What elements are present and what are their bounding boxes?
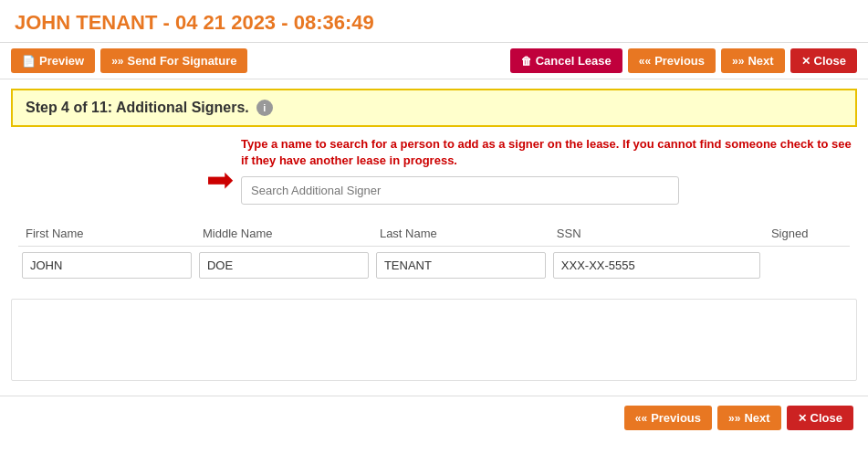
cell-ssn <box>549 247 764 285</box>
instruction-text: Type a name to search for a person to ad… <box>241 136 853 169</box>
cancel-icon: 🗑 <box>521 55 532 68</box>
send-icon: »» <box>111 55 123 68</box>
bottom-toolbar: «« Previous »» Next ✕ Close <box>0 396 868 439</box>
cell-first-name <box>18 247 195 285</box>
table-header-row: First Name Middle Name Last Name SSN Sig… <box>18 221 850 247</box>
bottom-next-icon: »» <box>728 412 740 425</box>
main-content: ➡ Type a name to search for a person to … <box>0 136 868 284</box>
next-icon: »» <box>732 55 744 68</box>
bottom-prev-icon: «« <box>635 412 647 425</box>
preview-icon: 📄 <box>22 55 36 68</box>
page-container: JOHN TENANT - 04 21 2023 - 08:36:49 📄 Pr… <box>0 0 868 475</box>
page-title: JOHN TENANT - 04 21 2023 - 08:36:49 <box>0 0 868 42</box>
table-row <box>18 247 850 285</box>
col-header-signed: Signed <box>764 221 850 247</box>
col-header-last: Last Name <box>372 221 549 247</box>
first-name-input[interactable] <box>22 252 192 279</box>
top-next-button[interactable]: »» Next <box>721 48 785 73</box>
arrow-container: ➡ <box>15 136 234 196</box>
col-header-first: First Name <box>18 221 195 247</box>
col-header-middle: Middle Name <box>195 221 372 247</box>
bottom-previous-button[interactable]: «« Previous <box>624 406 712 430</box>
step-header: Step 4 of 11: Additional Signers. i <box>11 89 857 127</box>
ssn-input[interactable] <box>553 252 760 279</box>
preview-button[interactable]: 📄 Preview <box>11 48 95 73</box>
signers-table: First Name Middle Name Last Name SSN Sig… <box>18 221 850 284</box>
bottom-area <box>11 299 857 381</box>
middle-name-input[interactable] <box>199 252 369 279</box>
bottom-next-button[interactable]: »» Next <box>717 406 781 430</box>
info-icon[interactable]: i <box>256 100 273 116</box>
last-name-input[interactable] <box>376 252 546 279</box>
top-close-button[interactable]: ✕ Close <box>790 48 857 73</box>
cell-signed <box>764 247 850 285</box>
cell-last-name <box>372 247 549 285</box>
col-header-ssn: SSN <box>549 221 764 247</box>
top-previous-button[interactable]: «« Previous <box>628 48 716 73</box>
prev-icon: «« <box>639 55 651 68</box>
cancel-lease-button[interactable]: 🗑 Cancel Lease <box>510 48 622 73</box>
table-section: First Name Middle Name Last Name SSN Sig… <box>15 221 853 284</box>
cell-middle-name <box>195 247 372 285</box>
arrow-icon: ➡ <box>206 164 234 196</box>
step-text: Step 4 of 11: Additional Signers. <box>26 100 249 116</box>
bottom-close-icon: ✕ <box>798 412 807 425</box>
bottom-close-button[interactable]: ✕ Close <box>787 406 853 430</box>
search-right: Type a name to search for a person to ad… <box>234 136 853 205</box>
top-toolbar: 📄 Preview »» Send For Signature 🗑 Cancel… <box>0 42 868 79</box>
close-icon: ✕ <box>801 55 810 68</box>
send-signature-button[interactable]: »» Send For Signature <box>100 48 247 73</box>
search-section: ➡ Type a name to search for a person to … <box>15 136 853 205</box>
toolbar-right-actions: 🗑 Cancel Lease «« Previous »» Next ✕ Clo… <box>510 48 857 73</box>
search-input[interactable] <box>241 176 679 205</box>
